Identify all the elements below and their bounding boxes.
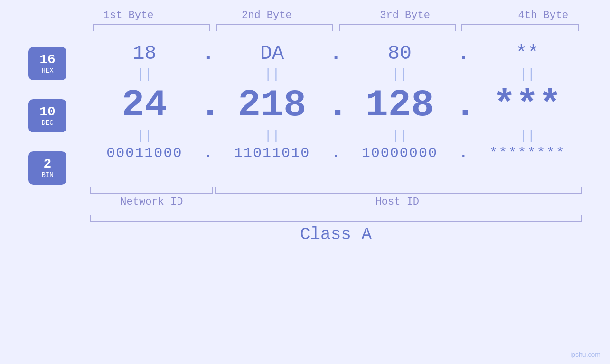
dec-val-4: *** <box>473 84 582 127</box>
hex-dot-1: . <box>199 44 218 64</box>
dec-dot-1: . <box>199 86 218 124</box>
hex-name: HEX <box>41 67 53 75</box>
bin-dot-2: . <box>327 146 346 160</box>
hex-val-4: ** <box>473 42 582 65</box>
dec-val-1: 24 <box>90 84 199 127</box>
dec-name: DEC <box>41 119 53 127</box>
hex-row: 18 . DA . 80 . ** <box>90 42 582 65</box>
bin-dot-1: . <box>199 146 218 160</box>
eq-2-2: || <box>218 127 327 145</box>
dec-val-3: 128 <box>346 84 454 127</box>
dec-dot-3: . <box>454 86 473 124</box>
dec-val-2: 218 <box>218 84 327 127</box>
base-labels: 16 HEX 10 DEC 2 BIN <box>28 42 90 185</box>
content-area: 16 HEX 10 DEC 2 BIN 18 . DA <box>28 42 582 185</box>
host-bracket <box>215 187 582 194</box>
dec-number: 10 <box>39 105 56 120</box>
rows-container: 18 . DA . 80 . ** || || <box>90 42 582 161</box>
byte-headers: 1st Byte 2nd Byte 3rd Byte 4th Byte <box>59 9 610 24</box>
hex-dot-3: . <box>454 44 473 64</box>
bin-badge: 2 BIN <box>28 151 66 185</box>
eq-2-3: || <box>346 127 454 145</box>
top-brackets <box>90 24 582 33</box>
bin-number: 2 <box>44 157 52 172</box>
bottom-labels: Network ID Host ID <box>90 196 582 208</box>
byte-header-2: 2nd Byte <box>197 9 336 24</box>
bin-dot-3: . <box>454 146 473 160</box>
equals-row-2: || || || || <box>90 127 582 145</box>
network-id-label: Network ID <box>90 196 213 208</box>
hex-val-3: 80 <box>346 42 454 65</box>
bracket-2 <box>215 24 334 33</box>
class-bar: Class A <box>90 215 582 244</box>
eq-1-2: || <box>218 65 327 84</box>
main-container: 1st Byte 2nd Byte 3rd Byte 4th Byte 16 H… <box>0 0 610 364</box>
hex-val-1: 18 <box>90 42 199 65</box>
bin-row: 00011000 . 11011010 . 10000000 . *******… <box>90 145 582 161</box>
watermark: ipshu.com <box>570 351 601 358</box>
hex-val-2: DA <box>218 42 327 65</box>
byte-header-4: 4th Byte <box>474 9 610 24</box>
eq-2-1: || <box>90 127 199 145</box>
dec-dot-2: . <box>327 86 346 124</box>
eq-1-3: || <box>346 65 454 84</box>
hex-badge: 16 HEX <box>28 47 66 80</box>
bin-val-4: ******** <box>473 145 582 161</box>
network-bracket <box>90 187 213 194</box>
dec-badge: 10 DEC <box>28 99 66 132</box>
dec-row: 24 . 218 . 128 . *** <box>90 84 582 127</box>
bottom-brackets <box>90 187 582 194</box>
bin-val-2: 11011010 <box>218 145 327 161</box>
bin-val-3: 10000000 <box>346 145 454 161</box>
class-label: Class A <box>90 225 582 244</box>
byte-header-3: 3rd Byte <box>336 9 474 24</box>
bracket-4 <box>460 24 580 33</box>
byte-header-1: 1st Byte <box>59 9 197 24</box>
bin-val-1: 00011000 <box>90 145 199 161</box>
eq-1-1: || <box>90 65 199 84</box>
hex-dot-2: . <box>327 44 346 64</box>
equals-row-1: || || || || <box>90 65 582 84</box>
host-id-label: Host ID <box>213 196 582 208</box>
eq-1-4: || <box>473 65 582 84</box>
hex-number: 16 <box>39 53 56 67</box>
bracket-1 <box>92 24 211 33</box>
bin-name: BIN <box>41 171 53 179</box>
bracket-3 <box>338 24 457 33</box>
bottom-section: Network ID Host ID <box>90 187 582 208</box>
class-bar-border <box>90 215 582 222</box>
eq-2-4: || <box>473 127 582 145</box>
